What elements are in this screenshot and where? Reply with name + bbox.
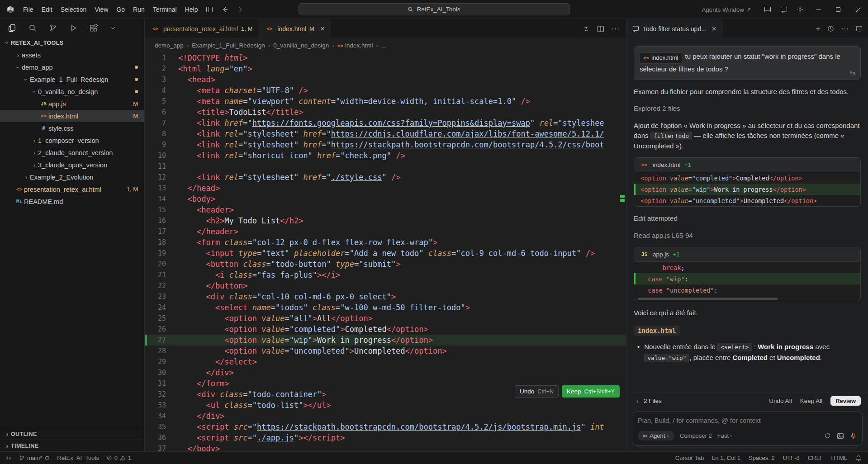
code-line-4[interactable]: 4 <meta charset="UTF-8" /> bbox=[145, 85, 626, 96]
nav-forward-icon[interactable] bbox=[237, 6, 244, 13]
chevron-right-icon[interactable]: › bbox=[634, 398, 641, 405]
status-utf-8[interactable]: UTF-8 bbox=[783, 455, 800, 461]
source-control-icon[interactable] bbox=[49, 24, 57, 32]
composer-input-box[interactable]: Plan, Build, / for commands, @ for conte… bbox=[632, 412, 863, 446]
restore-checkpoint-icon[interactable] bbox=[849, 69, 856, 76]
code-line-2[interactable]: 2<html lang="en"> bbox=[145, 63, 626, 74]
chat-more-icon[interactable]: ⋯ bbox=[841, 24, 849, 33]
close-chat-tab-icon[interactable]: × bbox=[712, 25, 716, 33]
tree-item-3-claude-opus-version[interactable]: ›3_claude_opus_version bbox=[0, 159, 144, 171]
code-line-6[interactable]: 6 <title>TodoList</title> bbox=[145, 107, 626, 118]
minimize-button[interactable] bbox=[808, 0, 828, 19]
code-line-7[interactable]: 7 <link href="https://fonts.googleapis.c… bbox=[145, 118, 626, 128]
code-line-34[interactable]: 34 </div> bbox=[145, 411, 626, 421]
tree-item-style-css[interactable]: #style.css bbox=[0, 122, 144, 134]
tab-presentation-retex-ai-html[interactable]: <>presentation_retex_ai.html1, M bbox=[145, 19, 259, 38]
timeline-section[interactable]: › TIMELINE bbox=[0, 440, 144, 451]
attach-image-icon[interactable] bbox=[837, 432, 844, 440]
nav-back-icon[interactable] bbox=[221, 6, 228, 13]
code-line-19[interactable]: 19 <input type="text" placeholder="Add a… bbox=[145, 248, 626, 259]
menu-help[interactable]: Help bbox=[181, 3, 202, 16]
code-line-30[interactable]: 30 </div> bbox=[145, 367, 626, 378]
code-line-12[interactable]: 12 <link rel="stylesheet" href="./style.… bbox=[145, 172, 626, 183]
code-line-27[interactable]: 27 <option value="wip">Work in progress<… bbox=[145, 335, 626, 346]
file-chip[interactable]: <> index.html bbox=[640, 52, 682, 63]
read-file-note[interactable]: Read app.js L65-94 bbox=[634, 231, 861, 241]
tree-item-index-html[interactable]: <>index.htmlM bbox=[0, 110, 144, 122]
status-spaces-2[interactable]: Spaces: 2 bbox=[749, 455, 775, 461]
menu-file[interactable]: File bbox=[19, 3, 38, 16]
code-line-5[interactable]: 5 <meta name="viewport" content="width=d… bbox=[145, 96, 626, 107]
voice-input-icon[interactable] bbox=[850, 432, 857, 439]
breadcrumb-[interactable]: ... bbox=[381, 42, 386, 49]
outline-section[interactable]: › OUTLINE bbox=[0, 428, 144, 440]
code-line-13[interactable]: 13 </head> bbox=[145, 183, 626, 194]
search-view-icon[interactable] bbox=[28, 24, 37, 32]
undo-button[interactable]: Undo Ctrl+N bbox=[515, 385, 559, 398]
close-tab-icon[interactable]: × bbox=[320, 25, 325, 33]
menu-run[interactable]: Run bbox=[129, 3, 149, 16]
code-line-15[interactable]: 15 <header> bbox=[145, 204, 626, 215]
code-line-25[interactable]: 25 <option value="all">All</option> bbox=[145, 313, 626, 324]
code-line-10[interactable]: 10 <link rel="shortcut icon" href="check… bbox=[145, 150, 626, 161]
chat-tab[interactable]: Todo filter status upd... × bbox=[626, 19, 723, 38]
code-line-36[interactable]: 36 <script src="./app.js"></script> bbox=[145, 432, 626, 443]
code-line-35[interactable]: 35 <script src="https://stackpath.bootst… bbox=[145, 421, 626, 432]
code-line-16[interactable]: 16 <h2>My Todo List</h2> bbox=[145, 215, 626, 226]
agents-window-link[interactable]: Agents Window bbox=[702, 6, 751, 13]
split-editor-icon[interactable] bbox=[597, 25, 604, 33]
maximize-button[interactable] bbox=[828, 0, 848, 19]
run-debug-icon[interactable] bbox=[69, 24, 77, 32]
menu-terminal[interactable]: Terminal bbox=[149, 3, 181, 16]
scrollbar-thumb[interactable] bbox=[638, 298, 778, 300]
views-chevron-icon[interactable] bbox=[110, 25, 116, 31]
tree-item-example-1-full-redesign[interactable]: ›Example_1_Full_Redesign bbox=[0, 73, 144, 85]
code-line-26[interactable]: 26 <option value="completed">Completed</… bbox=[145, 324, 626, 335]
extensions-icon[interactable] bbox=[90, 24, 98, 32]
menu-go[interactable]: Go bbox=[112, 3, 129, 16]
status-html[interactable]: HTML bbox=[831, 455, 847, 461]
code-line-1[interactable]: 1<!DOCTYPE html> bbox=[145, 52, 626, 63]
model-selector[interactable]: Composer 2 bbox=[680, 432, 712, 439]
menu-view[interactable]: View bbox=[90, 3, 112, 16]
problems-item[interactable]: 0 1 bbox=[106, 455, 131, 461]
panel-right-icon[interactable] bbox=[856, 25, 863, 32]
remote-indicator[interactable] bbox=[5, 455, 12, 461]
diff-card-header[interactable]: <> index.html +1 bbox=[634, 158, 860, 172]
code-line-21[interactable]: 21 <i class="fas fa-plus"></i> bbox=[145, 270, 626, 280]
keep-button[interactable]: Keep Ctrl+Shift+Y bbox=[562, 385, 620, 398]
diff-card-header[interactable]: JS app.js +2 bbox=[634, 247, 860, 262]
breadcrumb-demo-app[interactable]: demo_app bbox=[155, 42, 184, 49]
more-actions-icon[interactable]: ⋯ bbox=[612, 24, 620, 33]
tree-item-0-vanilla-no-design[interactable]: ›0_vanilla_no_design bbox=[0, 85, 144, 98]
code-line-23[interactable]: 23 <div class="col-10 col-md-6 px-0 sele… bbox=[145, 291, 626, 302]
code-line-24[interactable]: 24 <select name="todos" class="w-100 w-m… bbox=[145, 302, 626, 313]
breadcrumb-index-html[interactable]: <>index.html bbox=[337, 42, 373, 49]
tree-item-demo-app[interactable]: ›demo_app bbox=[0, 61, 144, 73]
code-line-14[interactable]: 14 <body> bbox=[145, 194, 626, 204]
layout-toggle-icon[interactable] bbox=[206, 6, 213, 13]
code-line-33[interactable]: 33 <ul class="todo-list"></ul> bbox=[145, 400, 626, 411]
code-line-29[interactable]: 29 </select> bbox=[145, 356, 626, 367]
chat-toggle-icon[interactable] bbox=[780, 6, 787, 13]
breadcrumb-0-vanilla-no-design[interactable]: 0_vanilla_no_design bbox=[273, 42, 329, 49]
tree-item-1-composer-version[interactable]: ›1_composer_version bbox=[0, 134, 144, 147]
code-line-37[interactable]: 37 </body> bbox=[145, 443, 626, 451]
code-line-28[interactable]: 28 <option value="uncompleted">Uncomplet… bbox=[145, 346, 626, 356]
undo-all-button[interactable]: Undo All bbox=[769, 398, 792, 404]
command-center-search[interactable]: RetEx_AI_Tools bbox=[299, 3, 570, 15]
context-refresh-icon[interactable] bbox=[824, 432, 831, 439]
speed-selector[interactable]: Fast › bbox=[717, 432, 732, 439]
tree-item-readme-md[interactable]: M↓README.md bbox=[0, 195, 144, 208]
history-icon[interactable] bbox=[827, 25, 834, 32]
code-line-22[interactable]: 22 </button> bbox=[145, 280, 626, 291]
close-button[interactable] bbox=[848, 0, 868, 19]
menu-selection[interactable]: Selection bbox=[57, 3, 91, 16]
code-line-8[interactable]: 8 <link rel="stylesheet" href="https://c… bbox=[145, 128, 626, 139]
status-crlf[interactable]: CRLF bbox=[808, 455, 823, 461]
explored-files-note[interactable]: Explored 2 files bbox=[634, 104, 861, 114]
menu-edit[interactable]: Edit bbox=[38, 3, 57, 16]
status-cursor-tab[interactable]: Cursor Tab bbox=[675, 455, 704, 461]
agent-mode-selector[interactable]: ∞ Agent › bbox=[638, 431, 674, 440]
code-line-11[interactable]: 11 bbox=[145, 161, 626, 172]
